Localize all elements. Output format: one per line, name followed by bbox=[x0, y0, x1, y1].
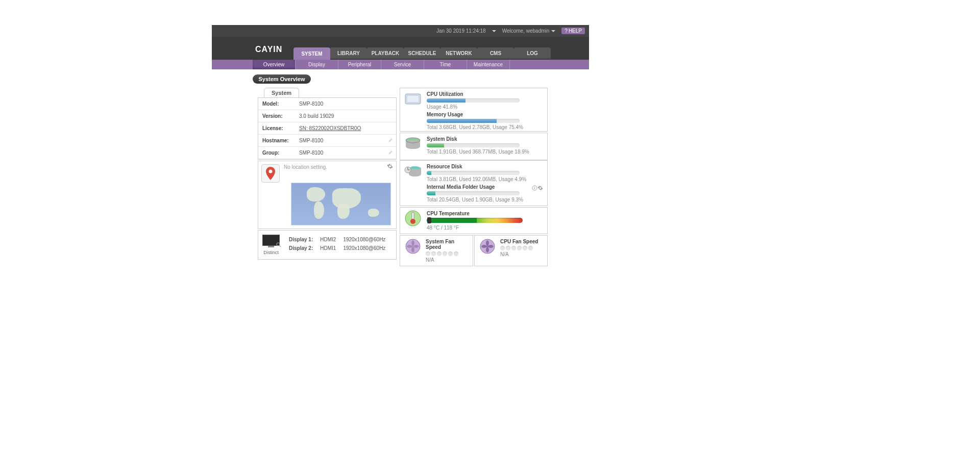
temp-card: CPU Temperature 48 °C / 118 °F bbox=[400, 207, 548, 234]
resource-disk-icon bbox=[403, 164, 423, 179]
cpufan-value: N/A bbox=[500, 251, 538, 257]
media-info-icon[interactable] bbox=[532, 185, 537, 191]
help-button[interactable]: ? HELP bbox=[561, 28, 585, 34]
edit-hostname-icon[interactable] bbox=[388, 138, 393, 143]
tab-system[interactable]: SYSTEM bbox=[293, 47, 330, 60]
monitor-icon bbox=[262, 235, 280, 246]
edit-group-icon[interactable] bbox=[388, 150, 393, 155]
version-value: 3.0 build 19029 bbox=[295, 110, 396, 122]
content-area: System Model: SMP-8100 Version: 3.0 buil… bbox=[212, 88, 589, 266]
display-mode-label: Distinct bbox=[263, 250, 279, 255]
cpu-util-card: CPU Utilization Usage 41.8% Memory Usage… bbox=[400, 88, 548, 132]
display2-label: Display 2: bbox=[286, 244, 316, 252]
tab-cms[interactable]: CMS bbox=[477, 47, 514, 59]
license-label: License: bbox=[258, 122, 295, 135]
subtab-service[interactable]: Service bbox=[381, 60, 424, 69]
temp-title: CPU Temperature bbox=[427, 211, 543, 216]
app-window: Jan 30 2019 11:24:18 Welcome, webadmin ?… bbox=[212, 25, 589, 267]
tab-network[interactable]: NETWORK bbox=[440, 47, 477, 59]
license-link[interactable]: SN: 8S22002OXSDBTR0O bbox=[299, 125, 361, 131]
top-status-bar: Jan 30 2019 11:24:18 Welcome, webadmin ?… bbox=[212, 25, 589, 37]
tab-log[interactable]: LOG bbox=[514, 47, 551, 59]
magnifier-icon[interactable] bbox=[276, 242, 281, 247]
subtab-time[interactable]: Time bbox=[424, 60, 467, 69]
cpu-util-text: Usage 41.8% bbox=[427, 104, 543, 110]
svg-point-1 bbox=[277, 243, 280, 246]
sysdisk-text: Total 1.91GB, Used 368.77MB, Usage 18.9% bbox=[427, 149, 543, 155]
main-header: CAYIN SYSTEM LIBRARY PLAYBACK SCHEDULE N… bbox=[212, 37, 589, 60]
display2-resolution: 1920x1080@60Hz bbox=[340, 244, 388, 252]
display1-label: Display 1: bbox=[286, 236, 316, 243]
svg-rect-4 bbox=[407, 96, 419, 102]
datetime-text: Jan 30 2019 11:24:18 bbox=[436, 28, 486, 34]
group-value: SMP-8100 bbox=[299, 150, 323, 156]
fans-row: System Fan Speed N/A CPU Fan Speed bbox=[400, 235, 548, 266]
system-info-card: Model: SMP-8100 Version: 3.0 build 19029… bbox=[258, 97, 397, 160]
memory-title: Memory Usage bbox=[427, 112, 543, 117]
subtab-peripheral[interactable]: Peripheral bbox=[338, 60, 381, 69]
help-icon: ? bbox=[565, 28, 568, 34]
hostname-value: SMP-8100 bbox=[299, 138, 323, 143]
cpu-util-bar bbox=[427, 98, 520, 103]
subtab-overview[interactable]: Overview bbox=[253, 60, 296, 69]
world-map[interactable] bbox=[291, 183, 391, 225]
svg-line-2 bbox=[280, 246, 281, 247]
media-bar bbox=[427, 191, 520, 195]
hostname-label: Hostname: bbox=[258, 135, 295, 147]
tab-playback[interactable]: PLAYBACK bbox=[367, 47, 404, 59]
datetime-dropdown-icon[interactable] bbox=[492, 30, 496, 32]
cpufan-title: CPU Fan Speed bbox=[500, 239, 538, 244]
sysfan-icon bbox=[403, 239, 423, 254]
display1-resolution: 1920x1080@60Hz bbox=[340, 236, 388, 243]
cpufan-dots bbox=[500, 246, 538, 250]
temp-marker bbox=[427, 217, 431, 223]
temp-bar bbox=[427, 218, 523, 223]
svg-point-0 bbox=[269, 170, 273, 173]
sysfan-value: N/A bbox=[426, 257, 470, 263]
disk-card: System Disk Total 1.91GB, Used 368.77MB,… bbox=[400, 133, 548, 160]
svg-point-16 bbox=[410, 219, 415, 224]
memory-text: Total 3.68GB, Used 2.78GB, Usage 75.4% bbox=[427, 124, 543, 130]
display1-port: HDMI2 bbox=[317, 236, 339, 243]
map-pin-icon bbox=[261, 164, 280, 183]
resdisk-card: Resource Disk Total 3.81GB, Used 192.06M… bbox=[400, 160, 548, 206]
cpu-icon bbox=[403, 91, 423, 107]
welcome-user[interactable]: Welcome, webadmin bbox=[502, 28, 556, 34]
location-card: No location setting. bbox=[258, 161, 397, 229]
resdisk-bar bbox=[427, 171, 520, 175]
disk-icon bbox=[403, 136, 423, 151]
subtab-display[interactable]: Display bbox=[296, 60, 338, 69]
sub-tabs: Overview Display Peripheral Service Time… bbox=[212, 60, 589, 69]
svg-rect-13 bbox=[534, 186, 535, 187]
media-text: Total 20.54GB, Used 1.90GB, Usage 9.3% bbox=[427, 197, 543, 202]
group-label: Group: bbox=[258, 147, 295, 159]
svg-rect-12 bbox=[534, 187, 535, 189]
sysfan-title: System Fan Speed bbox=[426, 239, 470, 250]
brand-logo: CAYIN bbox=[255, 45, 282, 54]
cpufan-icon bbox=[478, 239, 497, 254]
temp-text: 48 °C / 118 °F bbox=[427, 225, 543, 231]
resdisk-title: Resource Disk bbox=[427, 164, 543, 169]
media-settings-icon[interactable] bbox=[537, 185, 543, 191]
sysdisk-bar bbox=[427, 143, 520, 147]
location-settings-icon[interactable] bbox=[387, 163, 393, 169]
location-text: No location setting. bbox=[261, 164, 393, 170]
display2-port: HDMI1 bbox=[317, 244, 339, 252]
primary-tabs: SYSTEM LIBRARY PLAYBACK SCHEDULE NETWORK… bbox=[293, 47, 551, 60]
page-title: System Overview bbox=[253, 74, 311, 84]
cpu-util-title: CPU Utilization bbox=[427, 91, 543, 97]
cpufan-card: CPU Fan Speed N/A bbox=[474, 235, 548, 266]
system-card-tab: System bbox=[264, 88, 299, 97]
model-value: SMP-8100 bbox=[295, 98, 396, 110]
sysfan-card: System Fan Speed N/A bbox=[400, 235, 473, 266]
display-card: Distinct Display 1: HDMI2 1920x1080@60Hz… bbox=[258, 230, 397, 260]
subtab-maintenance[interactable]: Maintenance bbox=[467, 60, 510, 69]
tab-schedule[interactable]: SCHEDULE bbox=[404, 47, 440, 59]
tab-library[interactable]: LIBRARY bbox=[330, 47, 367, 59]
version-label: Version: bbox=[258, 110, 295, 122]
model-label: Model: bbox=[258, 98, 295, 110]
media-title: Internal Media Folder Usage bbox=[427, 184, 532, 190]
resdisk-text: Total 3.81GB, Used 192.06MB, Usage 4.9% bbox=[427, 176, 543, 182]
memory-bar bbox=[427, 119, 520, 123]
sysdisk-title: System Disk bbox=[427, 136, 543, 142]
